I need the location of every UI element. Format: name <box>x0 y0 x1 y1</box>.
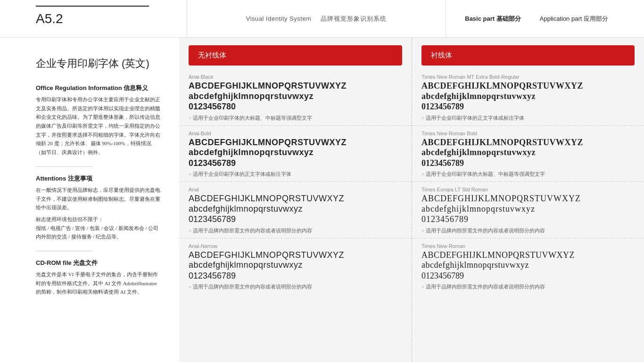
sidebar-section-attentions: Attentions 注意事项 在一般情况下使用品牌标志，应尽量使用提供的光盘电… <box>36 174 160 241</box>
font-sample-lower-times-europa: abcdefghijklmnopqrstuvwxyz <box>421 204 635 214</box>
font-sample-lower-arial-black: abcdefghijklmnopqrstuvwxyz <box>189 91 402 102</box>
serif-header: 衬线体 <box>421 45 635 66</box>
section-attention-body2: 标志使用环境包括但不限于： 报纸 / 电视广告 / 宣传 / 包装 / 会议 /… <box>36 215 160 241</box>
font-desc-arial-bold: 适用于企业印刷字体的正文字体或标注字体 <box>189 171 402 178</box>
font-name-arial-bold: Arial-Bold <box>189 131 402 136</box>
font-sample-num-times-europa: 0123456789 <box>421 214 635 225</box>
font-sample-upper-times-bold: ABCDEFGHIJKLMNOPQRSTUVWXYZ <box>421 138 635 148</box>
header-left: A5.2 <box>36 12 187 25</box>
font-entry-times-extra-bold: Times New Roman MT Extra Bold-Regular AB… <box>412 69 644 126</box>
page-header: A5.2 Visual Identity System 品牌视觉形象识别系统 B… <box>0 0 644 38</box>
font-sample-num-times-extra: 0123456789 <box>421 101 635 112</box>
font-name-arial-narrow: Arial-Narrow <box>189 243 402 249</box>
header-center: Visual Identity System 品牌视觉形象识别系统 <box>187 0 446 37</box>
font-desc-times-roman: 适用于品牌内部所需文件的内容或者说明部分的内容 <box>421 283 635 290</box>
font-sample-lower-arial-narrow: abcdefghijklmnopqrstuvwxyz <box>189 260 402 271</box>
font-sample-num-arial-narrow: 0123456789 <box>189 271 402 281</box>
sidebar-section-info: Office Regulation Information 信息释义 专用印刷字… <box>36 84 160 157</box>
font-sample-num-arial-black: 0123456780 <box>189 101 402 112</box>
section-info-title: Office Regulation Information 信息释义 <box>36 84 160 92</box>
section-cdrom-title: CD-ROM file 光盘文件 <box>36 259 160 267</box>
nav-basic: Basic part 基础部分 <box>465 15 521 23</box>
font-sample-num-arial-bold: 0123456789 <box>189 158 402 169</box>
sidebar-section-cdrom: CD-ROM file 光盘文件 光盘文件是本 VI 手册电子文件的集合，内含手… <box>36 259 160 296</box>
section-info-body: 专用印刷字体和专用办公字体主要应用于企业文献的正文及实务用品。所选定的字体用以实… <box>36 95 160 157</box>
header-top-rule <box>36 6 149 7</box>
font-sample-lower-arial: abcdefghijklmnopqrstuvwxyz <box>189 204 402 214</box>
font-sample-upper-arial-narrow: ABCDEFGHIJKLMNOPQRSTUVWXYZ <box>189 250 402 261</box>
font-sample-num-times-roman: 0123456789 <box>421 271 635 281</box>
font-desc-arial-black: 适用于企业印刷字体的大标题、中标题等强调型文字 <box>189 115 402 122</box>
font-sample-upper-times-extra: ABCDEFGHIJKLMNOPQRSTUVWXYZ <box>421 81 635 91</box>
font-entry-times-bold: Times New Roman Bold ABCDEFGHIJKLMNOPQRS… <box>412 126 644 182</box>
font-sample-upper-arial-black: ABCDEFGHIJKLMNOPQRSTUVWXYZ <box>189 81 402 91</box>
font-name-times-roman: Times New Roman <box>421 243 635 249</box>
font-name-times-europa: Times Europa LT Std Roman <box>421 187 635 192</box>
font-sample-upper-times-roman: ABCDEFGHIJKLMNOPQRSTUVWXYZ <box>421 250 635 261</box>
sidebar: 企业专用印刷字体 (英文) Office Regulation Informat… <box>0 38 179 362</box>
sidebar-divider-1 <box>36 166 92 167</box>
font-sample-lower-arial-bold: abcdefghijklmnopqrstuvwxyz <box>189 148 402 158</box>
sans-column: 无衬线体 Arial-Black ABCDEFGHIJKLMNOPQRSTUVW… <box>179 38 412 362</box>
font-desc-times-bold: 适用于企业印刷字体的大标题、中标题等强调型文字 <box>421 171 635 178</box>
font-desc-times-europa: 适用于品牌内部所需文件的内容或者说明部分的内容 <box>421 227 635 234</box>
font-name-times-extra-bold: Times New Roman MT Extra Bold-Regular <box>421 74 635 80</box>
sans-header: 无衬线体 <box>189 45 402 66</box>
font-sample-upper-arial-bold: ABCDEFGHIJKLMNOPQRSTUVWXYZ <box>189 138 402 148</box>
section-attention-body1: 在一般情况下使用品牌标志，应尽量使用提供的光盘电子文件，不建议使用标准制图绘制标… <box>36 186 160 212</box>
font-sample-lower-times-roman: abcdefghijklmnopqrstuvwxyz <box>421 260 635 271</box>
sidebar-divider-2 <box>36 251 92 251</box>
main-content: 企业专用印刷字体 (英文) Office Regulation Informat… <box>0 38 644 362</box>
font-entry-times-roman: Times New Roman ABCDEFGHIJKLMNOPQRSTUVWX… <box>412 239 644 295</box>
font-desc-arial: 适用于品牌内部所需文件的内容或者说明部分的内容 <box>189 227 402 234</box>
font-entry-times-europa: Times Europa LT Std Roman ABCDEFGHIJKLMN… <box>412 182 644 239</box>
font-sample-upper-arial: ABCDEFGHIJKLMNOPQRSTUVWXYZ <box>189 194 402 204</box>
vis-identity-en: Visual Identity System <box>246 15 312 22</box>
font-sample-lower-times-extra: abcdefghijklmnopqrstuvwxyz <box>421 91 635 102</box>
font-sample-num-times-bold: 0123456789 <box>421 158 635 169</box>
section-cdrom-body: 光盘文件是本 VI 手册电子文件的集合，内含手册制作时的专用软件格式文件。其中 … <box>36 270 160 296</box>
section-attention-title: Attentions 注意事项 <box>36 174 160 183</box>
serif-column: 衬线体 Times New Roman MT Extra Bold-Regula… <box>412 38 644 362</box>
page-id: A5.2 <box>36 12 63 25</box>
sidebar-title: 企业专用印刷字体 (英文) <box>36 57 160 71</box>
header-nav: Basic part 基础部分 Application part 应用部分 <box>446 15 608 23</box>
font-name-arial: Arial <box>189 187 402 192</box>
font-content: 无衬线体 Arial-Black ABCDEFGHIJKLMNOPQRSTUVW… <box>179 38 644 362</box>
font-entry-arial: Arial ABCDEFGHIJKLMNOPQRSTUVWXYZ abcdefg… <box>179 182 412 239</box>
font-desc-times-extra: 适用于企业印刷字体的正文字体或标注字体 <box>421 115 635 122</box>
font-sample-num-arial: 0123456789 <box>189 214 402 225</box>
font-sample-upper-times-europa: ABCDEFGHIJKLMNOPQRSTUVWXYZ <box>421 194 635 204</box>
font-entry-arial-black: Arial-Black ABCDEFGHIJKLMNOPQRSTUVWXYZ a… <box>179 69 412 126</box>
font-name-arial-black: Arial-Black <box>189 74 402 80</box>
font-entry-arial-bold: Arial-Bold ABCDEFGHIJKLMNOPQRSTUVWXYZ ab… <box>179 126 412 182</box>
font-name-times-bold: Times New Roman Bold <box>421 131 635 136</box>
font-desc-arial-narrow: 适用于品牌内部所需文件的内容或者说明部分的内容 <box>189 283 402 290</box>
font-entry-arial-narrow: Arial-Narrow ABCDEFGHIJKLMNOPQRSTUVWXYZ … <box>179 239 412 295</box>
font-grid: 无衬线体 Arial-Black ABCDEFGHIJKLMNOPQRSTUVW… <box>179 38 644 362</box>
nav-application: Application part 应用部分 <box>540 15 608 23</box>
font-sample-lower-times-bold: abcdefghijklmnopqrstuvwxyz <box>421 148 635 158</box>
vis-identity-zh: 品牌视觉形象识别系统 <box>321 15 387 23</box>
